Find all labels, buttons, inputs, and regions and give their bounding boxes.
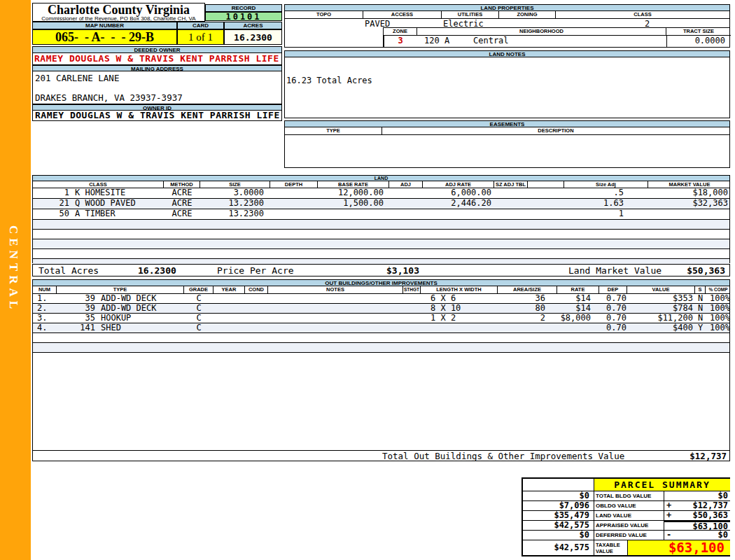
easements-header-row: TYPE DESCRIPTION [284,127,730,135]
ps-label-obldg: OBLDG VALUE [594,501,664,511]
ob-pct-comp-header: % COMP [706,286,731,293]
deeded-owner-label: DEEDED OWNER [32,46,282,53]
ps-value: $50,363 [672,511,728,520]
utilities-header: UTILITIES [442,11,499,18]
ob-rate: $14 [557,304,591,313]
land-market-value: $18,000 [648,188,728,198]
ps-value-deferred-cell: - $0 [664,531,730,540]
access-header: ACCESS [363,11,442,18]
ps-header-spacer [523,479,594,491]
ps-label-total-bldg: TOTAL BLDG VALUE [594,491,664,501]
ob-empty-row [33,333,729,343]
county-title: Charlotte County Virginia [33,4,204,16]
total-acres-label: Total Acres [38,266,99,277]
zone-header: ZONE [384,28,417,36]
address-line-1: 201 CARLENE LANE [35,73,119,83]
neighborhood-header: NEIGHBORHOOD [417,28,666,36]
ob-area-size: 80 [498,304,545,313]
ob-row-3: 3. 35 HOOKUP C 1 X 2 2 $8,000 0.70 $11,2… [33,314,729,323]
land-notes-box: 16.23 Total Acres [284,57,730,118]
land-empty-row [33,239,729,249]
ob-num: 2. [37,304,47,313]
zoning-header: ZONING [499,11,556,18]
land-empty-row [33,220,729,230]
land-row-2: 21 Q WOOD PAVED ACRE 13.2300 1,500.00 2,… [33,199,729,209]
ob-s: N [695,304,706,313]
ob-area-size-header: AREA/SIZE [498,286,557,293]
tract-size-header: TRACT SIZE [666,28,731,36]
land-class: K HOMESITE [75,188,125,198]
land-properties-header-row: TOPO ACCESS UTILITIES ZONING CLASS [284,11,730,19]
land-size: 3.0000 [200,188,264,198]
land-size-adj-header: Size Adj [564,181,648,188]
zone-subtable: ZONE NEIGHBORHOOD TRACT SIZE 3 120 A Cen… [383,27,730,47]
ps-label-taxable: TAXABLE VALUE [594,540,628,555]
ob-type-code: 39 [57,294,95,303]
ps-value-obldg-cell: + $12,737 [664,501,730,511]
ob-grade-header: GRADE [184,286,214,293]
ob-num: 4. [37,323,47,332]
land-section-title: LAND [32,175,730,181]
ob-grade: C [184,323,214,332]
land-num: 21 [33,199,69,209]
ob-row-1: 1. 39 ADD-WD DECK C 6 X 6 36 $14 0.70 $3… [33,294,729,304]
ob-value: $11,200 [627,314,693,323]
ob-rate: $14 [557,294,591,303]
land-row-1: 1 K HOMESITE ACRE 3.0000 12,000.00 6,000… [33,188,729,199]
ob-s: N [695,294,706,303]
land-properties-values: PAVED Electric 2 ZONE NEIGHBORHOOD TRACT… [284,19,730,48]
outbuildings-total-row: Total Out Buildings & Other Improvements… [32,450,730,461]
land-method: ACRE [164,199,200,209]
ps-op: - [666,531,671,540]
land-notes-text: 16.23 Total Acres [286,76,372,85]
land-size-adj: 1.63 [564,199,624,209]
ps-label-land: LAND VALUE [594,511,664,521]
land-adj-header: ADJ [389,181,423,188]
ps-label-appraised: APPRAISED VALUE [594,521,664,531]
ob-pct-comp: 100% [706,304,730,313]
outbuildings-title: OUT BUILDINGS/OTHER IMPROVEMENTS [32,279,730,286]
land-notes-title: LAND NOTES [284,50,730,57]
ob-type-name: SHED [101,323,121,332]
ob-dep: 0.70 [599,323,626,332]
map-number-value: 065- - A- - - 29-B [32,29,177,45]
topo-header: TOPO [285,11,363,18]
ob-dep-header: DEP [599,286,627,293]
ob-area-size: 2 [498,314,545,323]
ob-s: Y [695,323,706,332]
ps-prior-appraised: $42,575 [523,521,594,531]
ob-num: 1. [37,294,47,303]
land-adj-rate: 6,000.00 [423,188,491,198]
land-row-3: 50 A TIMBER ACRE 13.2300 1 [33,209,729,220]
county-subtitle: Commissioner of the Revenue, PO Box 308,… [33,16,204,22]
ob-value: $353 [627,294,693,303]
land-market-value-label: Land Market Value [568,266,662,277]
price-per-acre-value: $3,103 [386,266,419,277]
land-method-header: METHOD [164,181,200,188]
ob-value-header: VALUE [627,286,695,293]
ob-area-size: 36 [498,294,545,303]
ob-pct-comp: 100% [706,323,730,332]
easements-box [284,135,730,168]
ob-length-width-header: LENGTH X WIDTH [421,286,498,293]
card-value: 1 of 1 [177,29,224,45]
divider [666,36,667,48]
card-label: CARD [177,22,224,29]
mailing-address-label: MAILING ADDRESS [32,65,282,71]
ob-type-code: 35 [57,314,95,323]
easements-title: EASEMENTS [284,120,730,127]
outbuildings-total-value: $12,737 [664,451,727,461]
land-method: ACRE [164,188,200,198]
ob-s: N [695,314,706,323]
address-line-2: DRAKES BRANCH, VA 23937-3937 [35,92,183,103]
land-size: 13.2300 [200,199,264,209]
ob-grade: C [184,304,214,313]
outbuildings-rows: 1. 39 ADD-WD DECK C 6 X 6 36 $14 0.70 $3… [32,294,730,358]
ps-value-appraised-cell: $63,100 [664,521,730,531]
ps-value: $0 [672,531,728,540]
outbuildings-empty-area [32,358,730,450]
ob-rate: $8,000 [557,314,591,323]
land-base-rate: 1,500.00 [318,199,384,209]
ob-empty-row [33,343,729,353]
ob-grade: C [184,294,214,303]
